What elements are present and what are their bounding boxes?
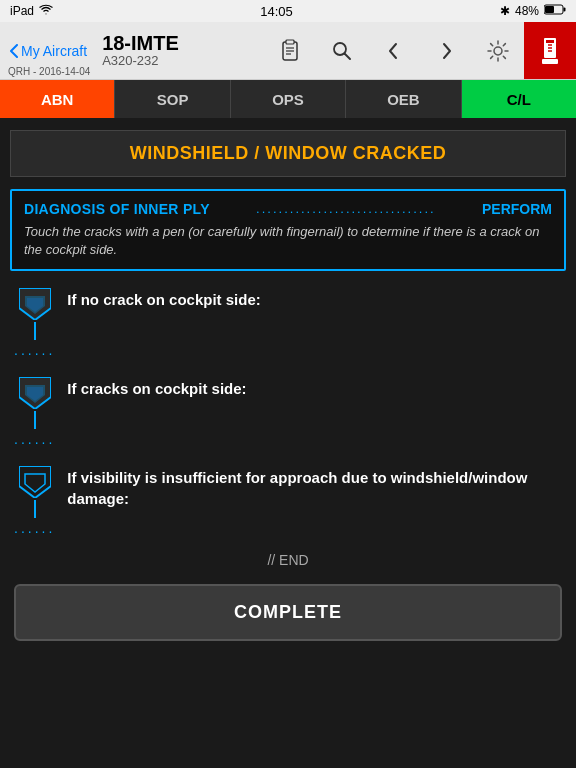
diagnosis-label: DIAGNOSIS OF INNER PLY <box>24 201 210 217</box>
svg-point-10 <box>494 47 502 55</box>
expand-arrow-3[interactable] <box>19 466 51 498</box>
expand-icon-col-3: ...... <box>14 463 55 536</box>
aircraft-type: A320-232 <box>102 54 158 68</box>
diagnosis-header: DIAGNOSIS OF INNER PLY .................… <box>24 201 552 217</box>
tab-bar: ABN SOP OPS OEB C/L <box>0 80 576 118</box>
procedure-title-banner: WINDSHIELD / WINDOW CRACKED <box>10 130 566 177</box>
expand-item-2: ...... If cracks on cockpit side: <box>10 374 566 447</box>
back-label: My Aircraft <box>21 43 87 59</box>
expand-line-1 <box>34 322 36 340</box>
complete-label: COMPLETE <box>234 602 342 622</box>
svg-rect-12 <box>546 40 554 43</box>
tab-oeb[interactable]: OEB <box>346 80 461 118</box>
expand-item-3: ...... If visibility is insufficient for… <box>10 463 566 536</box>
diagnosis-description: Touch the cracks with a pen (or carefull… <box>24 223 552 259</box>
tab-sop[interactable]: SOP <box>115 80 230 118</box>
expand-item-1: ...... If no crack on cockpit side: <box>10 285 566 358</box>
svg-rect-1 <box>563 8 565 12</box>
status-left: iPad <box>10 4 53 18</box>
nav-icons <box>264 22 576 79</box>
expand-text-3: If visibility is insufficient for approa… <box>67 463 566 509</box>
battery-icon <box>544 4 566 18</box>
emergency-button[interactable] <box>524 22 576 79</box>
expand-dots-1: ...... <box>14 342 55 358</box>
expand-line-2 <box>34 411 36 429</box>
expand-text-2: If cracks on cockpit side: <box>67 374 246 399</box>
forward-nav-button[interactable] <box>420 22 472 79</box>
diagnosis-dots: ................................ <box>210 201 482 217</box>
svg-rect-2 <box>545 6 554 13</box>
tab-cl[interactable]: C/L <box>462 80 576 118</box>
expand-text-1: If no crack on cockpit side: <box>67 285 260 310</box>
battery-percent: 48% <box>515 4 539 18</box>
diagnosis-action: PERFORM <box>482 201 552 217</box>
svg-rect-16 <box>542 59 558 64</box>
aircraft-id: 18-IMTE <box>102 32 179 54</box>
end-text: // END <box>10 552 566 568</box>
expand-dots-3: ...... <box>14 520 55 536</box>
nav-bar: My Aircraft 18-IMTE A320-232 <box>0 22 576 80</box>
expand-arrow-2[interactable] <box>19 377 51 409</box>
complete-button[interactable]: COMPLETE <box>14 584 562 641</box>
expand-icon-col-1: ...... <box>14 285 55 358</box>
status-time: 14:05 <box>260 4 293 19</box>
clipboard-button[interactable] <box>264 22 316 79</box>
device-label: iPad <box>10 4 34 18</box>
settings-button[interactable] <box>472 22 524 79</box>
wifi-icon <box>39 4 53 18</box>
bluetooth-icon: ✱ <box>500 4 510 18</box>
svg-marker-24 <box>25 474 45 492</box>
tab-ops[interactable]: OPS <box>231 80 346 118</box>
expand-arrow-1[interactable] <box>19 288 51 320</box>
content-area: WINDSHIELD / WINDOW CRACKED DIAGNOSIS OF… <box>0 118 576 768</box>
diagnosis-box: DIAGNOSIS OF INNER PLY .................… <box>10 189 566 271</box>
svg-marker-23 <box>19 466 51 498</box>
expand-icon-col-2: ...... <box>14 374 55 447</box>
status-right: ✱ 48% <box>500 4 566 18</box>
status-bar: iPad 14:05 ✱ 48% <box>0 0 576 22</box>
svg-rect-4 <box>286 40 294 44</box>
aircraft-title-block: 18-IMTE A320-232 <box>97 32 179 68</box>
expand-line-3 <box>34 500 36 518</box>
back-nav-button[interactable] <box>368 22 420 79</box>
search-button[interactable] <box>316 22 368 79</box>
qrh-label: QRH - 2016-14-04 <box>8 66 90 77</box>
procedure-title-text: WINDSHIELD / WINDOW CRACKED <box>130 143 446 163</box>
svg-line-9 <box>345 53 351 59</box>
tab-abn[interactable]: ABN <box>0 80 115 118</box>
expand-dots-2: ...... <box>14 431 55 447</box>
